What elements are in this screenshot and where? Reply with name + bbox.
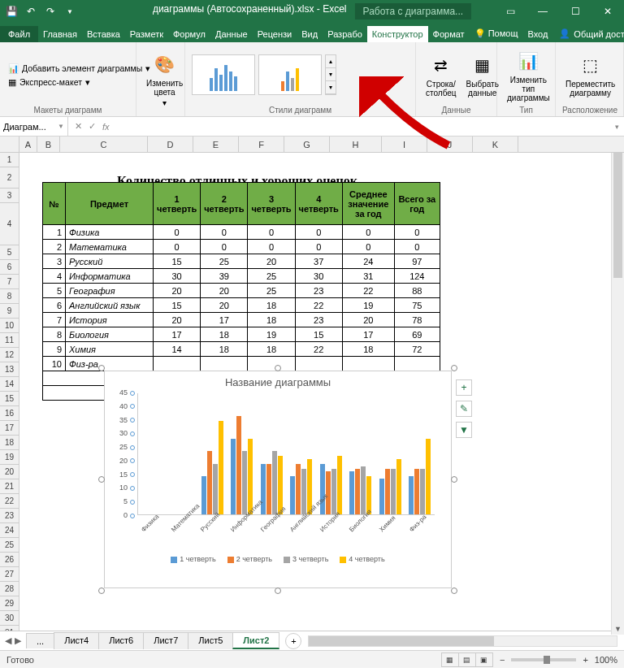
chart-filter-button[interactable]: ▼ — [456, 422, 472, 438]
chart-styles-button[interactable]: ✎ — [456, 401, 472, 417]
chart-legend[interactable]: 1 четверть 2 четверть 3 четверть 4 четве… — [105, 555, 451, 563]
chart-title[interactable]: Название диаграммы — [105, 371, 451, 393]
tab-share[interactable]: 👤 Общий доступ — [552, 25, 624, 42]
sheet-tab[interactable]: Лист6 — [98, 632, 144, 649]
column-header[interactable]: J — [427, 137, 473, 152]
row-header[interactable]: 13 — [0, 362, 20, 377]
bar-group[interactable] — [379, 459, 401, 514]
sheet-nav-next-icon[interactable]: ▶ — [15, 635, 21, 646]
cancel-formula-icon[interactable]: ✕ — [75, 121, 82, 132]
bar-group[interactable] — [290, 459, 312, 514]
table-row[interactable]: 9Химия141818221872 — [43, 342, 440, 357]
zoom-level[interactable]: 100% — [595, 655, 618, 665]
bar-group[interactable] — [349, 466, 371, 514]
view-page-layout-button[interactable]: ▤ — [458, 652, 476, 667]
row-header[interactable]: 23 — [0, 509, 20, 523]
redo-icon[interactable]: ↷ — [44, 5, 57, 18]
row-header[interactable]: 21 — [0, 479, 20, 494]
column-header[interactable]: I — [382, 137, 427, 152]
minimize-icon[interactable]: — — [526, 0, 559, 23]
row-header[interactable]: 31 — [0, 626, 20, 631]
tab-formulas[interactable]: Формул — [168, 26, 210, 42]
bar-group[interactable] — [202, 421, 223, 514]
tab-home[interactable]: Главная — [38, 26, 82, 42]
row-header[interactable]: 25 — [0, 538, 20, 553]
chart-style-thumb[interactable] — [192, 54, 255, 95]
chart-object[interactable]: Название диаграммы 454035302520151050 Фи… — [104, 371, 452, 588]
zoom-out-button[interactable]: − — [500, 655, 505, 665]
row-header[interactable]: 19 — [0, 450, 20, 465]
sheet-nav-prev-icon[interactable]: ◀ — [5, 635, 11, 646]
add-chart-element-button[interactable]: 📊 Добавить элемент диаграммы ▾ — [6, 63, 152, 75]
tab-developer[interactable]: Разрабо — [323, 26, 367, 42]
row-header[interactable]: 12 — [0, 348, 20, 362]
select-data-button[interactable]: ▦ Выбрать данные — [463, 50, 502, 99]
add-sheet-button[interactable]: + — [285, 633, 301, 649]
table-row[interactable]: 2Математика000000 — [43, 240, 440, 254]
expand-formula-bar-icon[interactable]: ▾ — [610, 123, 624, 131]
close-icon[interactable]: ✕ — [592, 0, 624, 23]
fx-icon[interactable]: fx — [102, 122, 110, 132]
column-header[interactable]: K — [473, 137, 518, 152]
row-header[interactable]: 4 — [0, 203, 20, 245]
column-header[interactable]: B — [37, 137, 60, 152]
sheet-tab[interactable]: Лист5 — [188, 632, 233, 649]
row-header[interactable]: 27 — [0, 567, 20, 582]
tab-signin[interactable]: Вход — [522, 26, 552, 42]
tab-data[interactable]: Данные — [210, 26, 253, 42]
table-row[interactable]: 10Физ-ра — [43, 357, 440, 371]
tab-layout[interactable]: Разметк — [125, 26, 168, 42]
chart-elements-button[interactable]: + — [456, 379, 472, 396]
row-header[interactable]: 15 — [0, 392, 20, 406]
table-row[interactable]: 3Русский152520372497 — [43, 254, 440, 269]
row-header[interactable]: 2 — [0, 167, 20, 189]
table-row[interactable]: 4Информатика3039253031124 — [43, 269, 440, 284]
maximize-icon[interactable]: ☐ — [559, 0, 592, 23]
column-header[interactable]: G — [284, 137, 330, 152]
row-header[interactable]: 17 — [0, 421, 20, 436]
quick-layout-button[interactable]: ▦ Экспресс-макет ▾ — [6, 76, 152, 88]
scrollbar-thumb[interactable] — [613, 148, 622, 278]
row-header[interactable]: 14 — [0, 377, 20, 392]
grades-table[interactable]: №Предмет1 четверть2 четверть3 четверть4 … — [42, 182, 440, 401]
worksheet-grid[interactable]: ABCDEFGHIJK 1234567891011121314151617181… — [0, 137, 624, 631]
view-page-break-button[interactable]: ▣ — [475, 652, 493, 667]
bar-group[interactable] — [409, 439, 431, 514]
row-header[interactable]: 20 — [0, 465, 20, 479]
column-header[interactable]: E — [193, 137, 239, 152]
ribbon-options-icon[interactable]: ▭ — [494, 0, 526, 23]
chart-plot-area[interactable]: 454035302520151050 — [137, 393, 435, 515]
row-header[interactable]: 8 — [0, 289, 20, 304]
row-header[interactable]: 3 — [0, 189, 20, 203]
view-normal-button[interactable]: ▦ — [441, 652, 459, 667]
accept-formula-icon[interactable]: ✓ — [89, 121, 96, 132]
row-header[interactable]: 26 — [0, 553, 20, 567]
select-all-corner[interactable] — [0, 137, 20, 152]
row-header[interactable]: 18 — [0, 436, 20, 450]
row-header[interactable]: 24 — [0, 523, 20, 538]
switch-row-column-button[interactable]: ⇄ Строка/столбец — [422, 50, 460, 99]
vertical-scrollbar[interactable]: ▲ ▼ — [611, 137, 624, 635]
row-header[interactable]: 16 — [0, 406, 20, 421]
move-chart-button[interactable]: ⬚ Переместить диаграмму — [562, 50, 618, 99]
row-header[interactable]: 28 — [0, 582, 20, 596]
undo-icon[interactable]: ↶ — [24, 5, 37, 18]
sheet-tab[interactable]: Лист4 — [54, 632, 99, 649]
column-header[interactable]: H — [330, 137, 382, 152]
horizontal-scrollbar[interactable] — [308, 635, 618, 647]
row-header[interactable]: 10 — [0, 319, 20, 333]
zoom-in-button[interactable]: + — [583, 655, 587, 665]
column-header[interactable]: F — [239, 137, 284, 152]
column-header[interactable]: A — [20, 137, 37, 152]
tab-design[interactable]: Конструктор — [367, 26, 428, 42]
change-colors-button[interactable]: 🎨 Изменить цвета▾ — [143, 50, 186, 109]
name-box[interactable]: Диаграм...▼ — [0, 117, 68, 136]
qat-dropdown-icon[interactable]: ▼ — [63, 5, 76, 18]
save-icon[interactable]: 💾 — [5, 5, 18, 18]
chart-style-thumb[interactable] — [258, 54, 322, 95]
column-header[interactable]: C — [60, 137, 148, 152]
tab-help[interactable]: 💡 Помощ — [470, 25, 523, 42]
table-row[interactable]: 1Физика000000 — [43, 225, 440, 240]
row-header[interactable]: 22 — [0, 494, 20, 509]
sheet-tab[interactable]: Лист7 — [143, 632, 188, 649]
